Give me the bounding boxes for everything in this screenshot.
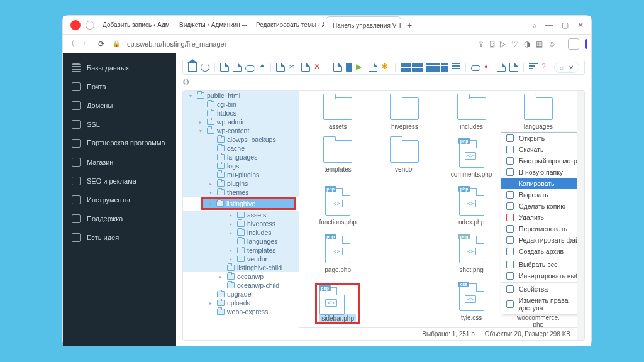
tree-node[interactable]: ▾public_html: [183, 91, 299, 100]
camera-icon[interactable]: ⌼: [490, 40, 494, 48]
clear-search-icon[interactable]: ✕: [569, 64, 574, 71]
new-file-icon[interactable]: [233, 63, 242, 72]
profile-icon[interactable]: ☺: [548, 40, 556, 48]
play-icon[interactable]: ▷: [500, 40, 506, 48]
file-item[interactable]: php<>ndex.php: [440, 184, 504, 229]
tree-node[interactable]: logs: [183, 162, 299, 170]
tree-node[interactable]: cache: [183, 144, 299, 153]
file-item[interactable]: languages: [506, 94, 570, 134]
tree-node[interactable]: htdocs: [183, 109, 299, 118]
props-icon[interactable]: [333, 63, 342, 72]
file-item[interactable]: css<>tyle.css: [440, 280, 504, 332]
heart-icon[interactable]: ♡: [511, 40, 518, 48]
tab-0[interactable]: Добавить запись ‹ Адми: [96, 16, 171, 34]
menu-item[interactable]: Редактировать файл▶: [501, 234, 577, 246]
minimize-button[interactable]: —: [545, 21, 553, 30]
hidden-icon[interactable]: ●: [484, 63, 493, 72]
sidebar-toggle-icon[interactable]: [585, 39, 587, 49]
folder-tree[interactable]: ▾public_htmlcgi-binhtdocs▸wp-admin▾wp-co…: [183, 91, 299, 340]
sidebar-item-mail[interactable]: Почта: [63, 77, 176, 96]
sidebar-item-shop[interactable]: Магазин: [63, 153, 176, 172]
tree-node[interactable]: ▸templates: [183, 246, 299, 255]
menu-item[interactable]: Открыть: [501, 133, 577, 144]
menu-item[interactable]: Быстрый просмотр: [501, 155, 577, 167]
share-icon[interactable]: ⇪: [478, 40, 484, 48]
tab-1[interactable]: Виджеты ‹ Админкин —: [172, 16, 248, 34]
menu-item[interactable]: Вырезать: [501, 189, 577, 200]
search-box[interactable]: ⌕ ✕: [554, 62, 579, 73]
tree-node[interactable]: oceanwp-child: [183, 281, 299, 290]
file-item[interactable]: includes: [440, 94, 504, 134]
sidebar-item-domains[interactable]: Домены: [63, 96, 176, 115]
shield-icon[interactable]: [86, 21, 94, 30]
tree-node[interactable]: ▸vendor: [183, 255, 299, 263]
cloud-icon[interactable]: [245, 65, 255, 72]
file-item[interactable]: php<>functions.php: [306, 184, 370, 229]
sidebar-item-support[interactable]: Поддержка: [63, 209, 176, 228]
menu-item[interactable]: Инвертировать выбор: [501, 270, 577, 282]
menu-item[interactable]: В новую папку: [501, 167, 577, 178]
delete-icon[interactable]: ✕: [314, 63, 323, 72]
reload-icon[interactable]: [201, 63, 209, 72]
menu-item[interactable]: Копировать: [501, 178, 577, 189]
tree-node[interactable]: ▾themes: [183, 188, 299, 197]
gear-button[interactable]: ⚙: [182, 75, 585, 90]
new-tab-button[interactable]: +: [402, 20, 416, 30]
run-icon[interactable]: ▶: [356, 63, 365, 72]
tree-node[interactable]: languages: [183, 237, 299, 246]
new-folder-icon[interactable]: [220, 63, 229, 72]
view-small-icon[interactable]: [426, 63, 448, 72]
preview-icon[interactable]: [471, 65, 480, 71]
tree-node[interactable]: listinghive-child: [183, 263, 299, 272]
sidebar-item-ssl[interactable]: SSL: [63, 115, 176, 134]
close-button[interactable]: ✕: [577, 21, 584, 30]
url-text[interactable]: cp.sweb.ru/hosting/file_manager: [127, 40, 226, 48]
home-icon[interactable]: [188, 63, 197, 72]
grid-icon[interactable]: ▦: [536, 40, 543, 48]
search-icon[interactable]: ⌕: [532, 21, 536, 30]
tree-node[interactable]: ▸plugins: [183, 179, 299, 188]
sidebar-item-seo[interactable]: SEO и реклама: [63, 172, 176, 190]
upload-icon[interactable]: [259, 64, 265, 70]
tree-node[interactable]: cgi-bin: [183, 100, 299, 109]
toggle-icon[interactable]: ◑: [524, 40, 530, 48]
menu-item[interactable]: Удалить: [501, 212, 577, 223]
file-item[interactable]: png<>shot.png: [440, 232, 504, 277]
cut-icon[interactable]: ✂: [289, 63, 297, 72]
paste-icon[interactable]: [301, 63, 310, 72]
cube-icon[interactable]: [568, 38, 579, 50]
reload-button[interactable]: ⟳: [97, 40, 106, 48]
menu-item[interactable]: Свойства: [501, 283, 577, 295]
sidebar-item-tools[interactable]: Инструменты: [63, 190, 176, 209]
view-list-icon[interactable]: [452, 63, 460, 72]
tab-2[interactable]: Редактировать темы ‹ Ад: [249, 16, 325, 34]
tree-node[interactable]: ▸assets: [183, 211, 299, 219]
file-item[interactable]: php<>page.php: [306, 232, 370, 277]
tree-node[interactable]: ▸wp-admin: [183, 118, 299, 126]
menu-item[interactable]: Создать архив▶: [501, 246, 577, 257]
scrollbar[interactable]: [577, 91, 584, 340]
copy2-icon[interactable]: [497, 63, 506, 72]
tree-node[interactable]: ▸oceanwp: [183, 272, 299, 281]
star-icon[interactable]: ✱: [381, 63, 390, 72]
file-item[interactable]: hivepress: [372, 94, 436, 134]
tab-3-active[interactable]: Панель управления VH: [326, 16, 401, 34]
back-button[interactable]: 〈: [67, 40, 75, 48]
menu-item[interactable]: Изменить права доступа: [501, 295, 577, 314]
file-item[interactable]: assets: [306, 94, 370, 134]
file-item[interactable]: vendor: [372, 136, 436, 182]
file-item[interactable]: php<>comments.php: [440, 136, 504, 182]
maximize-button[interactable]: ▢: [562, 21, 569, 30]
tree-node[interactable]: ▾wp-content: [183, 126, 299, 135]
blue-icon[interactable]: [346, 63, 352, 72]
menu-item[interactable]: Скачать: [501, 144, 577, 155]
sidebar-item-db[interactable]: Базы данных: [63, 58, 176, 77]
tree-node[interactable]: upgrade: [183, 290, 299, 299]
menu-item[interactable]: Переименовать: [501, 223, 577, 234]
copy-icon[interactable]: [276, 63, 285, 72]
tree-node[interactable]: ▸uploads: [183, 299, 299, 307]
archive-icon[interactable]: [369, 63, 377, 72]
file-grid[interactable]: assetshivepressincludeslanguagestemplate…: [299, 91, 577, 340]
question-icon[interactable]: ?: [541, 63, 550, 72]
forward-button[interactable]: 〉: [82, 40, 91, 48]
